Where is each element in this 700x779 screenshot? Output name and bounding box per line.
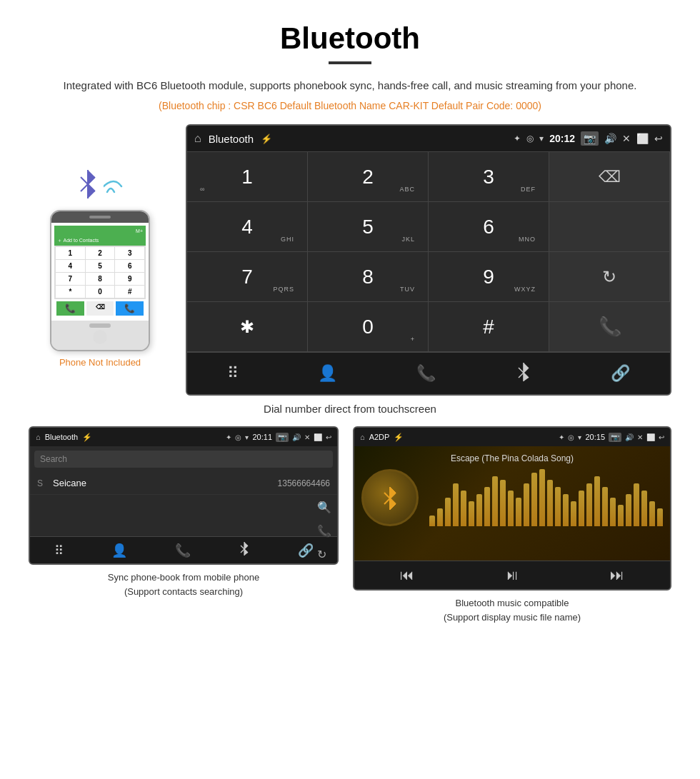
music-screen-wrap: ⌂ A2DP ⚡ ✦ ◎ ▾ 20:15 📷 🔊 ✕ ⬜ ↩ bbox=[353, 426, 671, 624]
pb-sig-icon: ▾ bbox=[245, 433, 249, 441]
phone-icon[interactable]: 📞 bbox=[409, 361, 443, 386]
music-home-icon[interactable]: ⌂ bbox=[360, 433, 365, 441]
phonebook-screen-wrap: ⌂ Bluetooth ⚡ ✦ ◎ ▾ 20:11 📷 🔊 ✕ ⬜ ↩ bbox=[29, 426, 339, 624]
pb-link-icon[interactable]: 🔗 bbox=[298, 543, 314, 558]
home-icon[interactable]: ⌂ bbox=[194, 132, 201, 145]
dialpad-caption: Dial number direct from touchscreen bbox=[0, 403, 700, 415]
page-title: Bluetooth bbox=[0, 0, 700, 61]
phonebook-search[interactable]: Search bbox=[34, 451, 333, 468]
music-loc-icon: ◎ bbox=[568, 433, 574, 441]
pb-time: 20:11 bbox=[252, 433, 272, 441]
dial-key-4[interactable]: 4GHI bbox=[187, 202, 308, 252]
dialpad-screen-title: Bluetooth bbox=[209, 133, 254, 145]
car-screen-dialpad: ⌂ Bluetooth ⚡ ✦ ◎ ▾ 20:12 📷 🔊 ✕ ⬜ ↩ 1∞ bbox=[186, 124, 671, 396]
camera-icon[interactable]: 📷 bbox=[581, 131, 599, 146]
dial-key-hash[interactable]: # bbox=[429, 302, 549, 352]
pb-search-icon[interactable]: 🔍 bbox=[317, 501, 331, 514]
usb-icon: ⚡ bbox=[261, 134, 272, 144]
dial-key-backspace[interactable]: ⌫ bbox=[549, 152, 670, 202]
pb-win-icon[interactable]: ⬜ bbox=[314, 433, 322, 441]
music-vol-icon[interactable]: 🔊 bbox=[625, 433, 634, 441]
music-status-bar: ⌂ A2DP ⚡ ✦ ◎ ▾ 20:15 📷 🔊 ✕ ⬜ ↩ bbox=[354, 428, 670, 446]
pb-loc-icon: ◎ bbox=[235, 433, 241, 441]
link-icon[interactable]: 🔗 bbox=[604, 361, 637, 386]
pb-contacts-icon[interactable]: 👤 bbox=[111, 543, 127, 558]
pb-x-icon[interactable]: ✕ bbox=[304, 433, 310, 441]
next-icon[interactable]: ⏭ bbox=[610, 567, 624, 583]
music-back-icon[interactable]: ↩ bbox=[659, 433, 664, 441]
music-screen: ⌂ A2DP ⚡ ✦ ◎ ▾ 20:15 📷 🔊 ✕ ⬜ ↩ bbox=[353, 426, 671, 590]
dial-key-0[interactable]: 0+ bbox=[308, 302, 429, 352]
dial-key-refresh[interactable]: ↻ bbox=[549, 252, 670, 302]
pb-usb-icon: ⚡ bbox=[82, 433, 92, 442]
music-note-icon bbox=[376, 483, 404, 512]
dial-key-3[interactable]: 3DEF bbox=[429, 152, 549, 202]
music-bt-icon: ✦ bbox=[559, 433, 564, 441]
dial-key-8[interactable]: 8TUV bbox=[308, 252, 429, 302]
music-title: A2DP bbox=[369, 433, 390, 441]
phonebook-caption: Sync phone-book from mobile phone(Suppor… bbox=[108, 571, 259, 598]
apps-icon[interactable]: ⠿ bbox=[220, 361, 246, 386]
bluetooth-icon-bottom[interactable] bbox=[509, 358, 539, 388]
window-icon[interactable]: ⬜ bbox=[636, 133, 649, 144]
dial-key-9[interactable]: 9WXYZ bbox=[429, 252, 549, 302]
pb-bt-bottom-icon[interactable] bbox=[239, 541, 250, 559]
music-controls: ⏮ ⏯ ⏭ bbox=[354, 561, 670, 589]
signal-waves-icon bbox=[104, 171, 125, 199]
phonebook-screen: ⌂ Bluetooth ⚡ ✦ ◎ ▾ 20:11 📷 🔊 ✕ ⬜ ↩ bbox=[29, 426, 339, 565]
bt-icon-area bbox=[75, 167, 125, 203]
dial-key-star[interactable]: ✱ bbox=[187, 302, 308, 352]
pb-apps-icon[interactable]: ⠿ bbox=[54, 543, 64, 558]
back-icon[interactable]: ↩ bbox=[654, 133, 663, 144]
search-placeholder: Search bbox=[40, 454, 327, 464]
pb-refresh-icon[interactable]: ↻ bbox=[317, 548, 331, 561]
dial-key-empty-2 bbox=[549, 202, 670, 252]
contact-number: 13566664466 bbox=[278, 478, 330, 488]
dialpad-status-bar: ⌂ Bluetooth ⚡ ✦ ◎ ▾ 20:12 📷 🔊 ✕ ⬜ ↩ bbox=[187, 126, 670, 151]
dial-key-2[interactable]: 2ABC bbox=[308, 152, 429, 202]
volume-icon[interactable]: 🔊 bbox=[604, 133, 616, 144]
music-time: 20:15 bbox=[585, 433, 605, 441]
equalizer-bars bbox=[429, 469, 663, 526]
phonebook-right-icons: 🔍 📞 ↻ bbox=[317, 495, 331, 565]
title-underline bbox=[329, 61, 371, 64]
specs-text: (Bluetooth chip : CSR BC6 Default Blueto… bbox=[0, 100, 700, 111]
bt-status-icon: ✦ bbox=[514, 134, 521, 144]
dial-key-5[interactable]: 5JKL bbox=[308, 202, 429, 252]
phone-mockup: M+ ＋ Add to Contacts 123 456 789 *0# 📞 ⌫… bbox=[50, 210, 150, 351]
pb-vol-icon[interactable]: 🔊 bbox=[292, 433, 301, 441]
contact-name: Seicane bbox=[53, 478, 278, 488]
pb-status-bar: ⌂ Bluetooth ⚡ ✦ ◎ ▾ 20:11 📷 🔊 ✕ ⬜ ↩ bbox=[30, 428, 337, 446]
album-art bbox=[361, 469, 419, 526]
pb-home-icon[interactable]: ⌂ bbox=[36, 433, 41, 441]
music-cam-icon[interactable]: 📷 bbox=[609, 433, 621, 442]
bluetooth-icon bbox=[75, 167, 101, 203]
pb-bt-icon: ✦ bbox=[226, 433, 231, 441]
contacts-icon[interactable]: 👤 bbox=[311, 361, 344, 386]
pb-dial-icon[interactable]: 📞 bbox=[175, 543, 191, 558]
contact-row[interactable]: S Seicane 13566664466 bbox=[30, 472, 337, 495]
pb-back-icon[interactable]: ↩ bbox=[326, 433, 331, 441]
status-time-main: 20:12 bbox=[549, 133, 575, 144]
phone-not-included-label: Phone Not Included bbox=[59, 357, 141, 368]
dialpad-bottom-bar: ⠿ 👤 📞 🔗 bbox=[187, 352, 670, 394]
pb-cam-icon[interactable]: 📷 bbox=[276, 433, 289, 442]
dial-key-1[interactable]: 1∞ bbox=[187, 152, 308, 202]
song-title: Escape (The Pina Colada Song) bbox=[451, 453, 574, 463]
contact-letter: S bbox=[37, 478, 47, 488]
music-caption: Bluetooth music compatible(Support displ… bbox=[444, 596, 581, 624]
music-content: Escape (The Pina Colada Song) bbox=[354, 446, 670, 561]
dialpad-grid: 1∞ 2ABC 3DEF ⌫ 4GHI 5JKL 6MNO bbox=[187, 151, 670, 352]
dial-key-7[interactable]: 7PQRS bbox=[187, 252, 308, 302]
prev-icon[interactable]: ⏮ bbox=[400, 567, 414, 583]
music-x-icon[interactable]: ✕ bbox=[637, 433, 643, 441]
music-sig-icon: ▾ bbox=[578, 433, 581, 441]
music-usb-icon: ⚡ bbox=[394, 433, 404, 442]
pb-phone-icon[interactable]: 📞 bbox=[317, 524, 331, 538]
dial-key-call-green[interactable]: 📞 bbox=[549, 302, 670, 352]
phonebook-bottom-bar: ⠿ 👤 📞 🔗 bbox=[30, 536, 337, 563]
play-pause-icon[interactable]: ⏯ bbox=[505, 567, 519, 583]
dial-key-6[interactable]: 6MNO bbox=[429, 202, 549, 252]
close-icon[interactable]: ✕ bbox=[622, 133, 631, 144]
music-win-icon[interactable]: ⬜ bbox=[646, 433, 655, 441]
